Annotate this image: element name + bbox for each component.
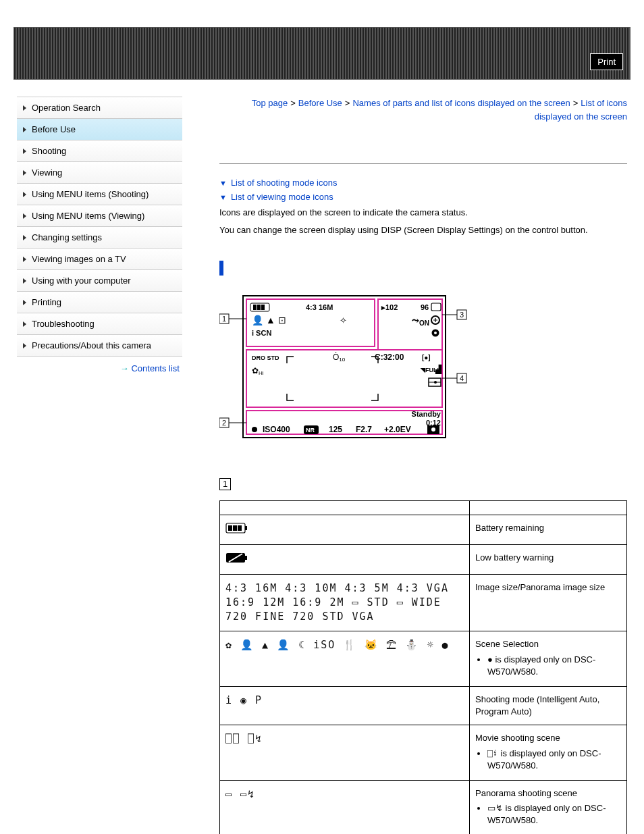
svg-text:Ò10: Ò10 (333, 352, 346, 363)
toc-shooting-icons[interactable]: List of shooting mode icons (219, 178, 627, 188)
sidebar-item-shooting[interactable]: Shooting (17, 140, 182, 162)
svg-text:DRO STD: DRO STD (252, 355, 279, 361)
svg-text:2: 2 (222, 419, 226, 427)
sidebar-item-label: Troubleshooting (32, 319, 95, 329)
sidebar-item-precautions[interactable]: Precautions/About this camera (17, 335, 182, 357)
shooting-mode-icons: i ◉ P (225, 694, 263, 706)
sidebar-nav: Operation Search Before Use Shooting Vie… (17, 97, 182, 380)
sidebar-item-label: Using with your computer (32, 276, 131, 286)
table-header-display (220, 501, 470, 515)
sidebar-item-label: Operation Search (32, 103, 101, 113)
display-cell: ▭ ▭↯ (220, 780, 470, 834)
movie-scene-icons: ⎕⎕ ⎕↯ (225, 733, 263, 745)
svg-text:C:32:00: C:32:00 (375, 353, 404, 362)
sidebar-item-menu-viewing[interactable]: Using MENU items (Viewing) (17, 205, 182, 227)
table-row: Low battery warning (220, 545, 627, 575)
dsc-note-icon: ⎕↯ (487, 748, 498, 758)
section-number-1: 1 (219, 478, 231, 490)
sidebar-item-operation-search[interactable]: Operation Search (17, 97, 182, 119)
low-battery-icon (225, 552, 250, 564)
svg-text:⤳ON: ⤳ON (412, 315, 429, 327)
display-cell (220, 545, 470, 575)
breadcrumb-level2[interactable]: Names of parts and list of icons display… (352, 98, 570, 108)
print-button[interactable]: Print (590, 53, 623, 70)
table-row: ▭ ▭↯ Panorama shooting scene ▭↯ is displ… (220, 780, 627, 834)
svg-rect-19 (257, 305, 261, 310)
indication-cell: Panorama shooting scene ▭↯ is displayed … (470, 780, 627, 834)
sidebar-item-troubleshooting[interactable]: Troubleshooting (17, 313, 182, 335)
sidebar-item-before-use[interactable]: Before Use (17, 119, 182, 140)
svg-point-41 (434, 381, 437, 384)
breadcrumb: Top page>Before Use>Names of parts and l… (219, 97, 627, 123)
arrow-right-icon: → (120, 363, 129, 373)
icon-table: Battery remaining Low battery warning 4:… (219, 500, 627, 834)
svg-text:4: 4 (460, 374, 464, 382)
contents-list-link[interactable]: → Contents list (17, 357, 182, 380)
svg-text:1: 1 (222, 315, 226, 323)
sidebar-item-label: Printing (32, 297, 61, 307)
svg-text:F2.7: F2.7 (356, 425, 372, 434)
svg-text:3: 3 (460, 311, 464, 319)
contents-list-label: Contents list (131, 363, 180, 373)
sidebar-item-computer[interactable]: Using with your computer (17, 270, 182, 292)
svg-rect-18 (253, 305, 257, 310)
header-stripe: Print (14, 27, 630, 80)
table-row: i ◉ P Shooting mode (Intelligent Auto, P… (220, 686, 627, 725)
svg-rect-24 (431, 303, 441, 311)
sidebar-item-changing-settings[interactable]: Changing settings (17, 227, 182, 249)
display-cell: 4:3 16M 4:3 10M 4:3 5M 4:3 VGA 16:9 12M … (220, 575, 470, 631)
table-row: 4:3 16M 4:3 10M 4:3 5M 4:3 VGA 16:9 12M … (220, 575, 627, 631)
indication-cell: Image size/Panorama image size (470, 575, 627, 631)
svg-point-31 (434, 332, 437, 334)
svg-text:4:3 16M: 4:3 16M (306, 303, 333, 311)
sidebar-item-viewing[interactable]: Viewing (17, 162, 182, 184)
scene-selection-icons: ✿ 👤 ▲ 👤 ☾ iSO 🍴 🐱 ⛱ ⛄ ☼ ● (225, 639, 450, 651)
indication-cell: Shooting mode (Intelligent Auto, Program… (470, 686, 627, 725)
svg-text:✿Hi: ✿Hi (252, 366, 264, 376)
sidebar-item-label: Before Use (32, 124, 76, 134)
breadcrumb-level1[interactable]: Before Use (298, 98, 342, 108)
sidebar-item-tv[interactable]: Viewing images on a TV (17, 249, 182, 270)
section-marker (219, 261, 223, 276)
svg-text:NR: NR (306, 427, 315, 434)
svg-text:+2.0EV: +2.0EV (384, 425, 411, 434)
table-header-indication (470, 501, 627, 515)
svg-text:👤 ▲ ⊡: 👤 ▲ ⊡ (252, 315, 286, 326)
sidebar-item-label: Shooting (32, 146, 66, 156)
svg-point-44 (252, 427, 257, 432)
intro-line2: You can change the screen display using … (219, 224, 627, 237)
display-cell: i ◉ P (220, 686, 470, 725)
svg-point-52 (431, 427, 435, 432)
svg-text:▟: ▟ (435, 364, 442, 374)
svg-text:Standby: Standby (412, 410, 441, 418)
table-row: Battery remaining (220, 515, 627, 545)
sidebar-item-label: Using MENU items (Shooting) (32, 189, 149, 199)
indication-cell: Scene Selection ● is displayed only on D… (470, 631, 627, 687)
sidebar-item-menu-shooting[interactable]: Using MENU items (Shooting) (17, 184, 182, 205)
panorama-scene-icons: ▭ ▭↯ (225, 788, 255, 800)
display-cell: ✿ 👤 ▲ 👤 ☾ iSO 🍴 🐱 ⛱ ⛄ ☼ ● (220, 631, 470, 687)
lcd-diagram-svg: 1 2 3 4 4:3 16M ▸102 96 👤 ▲ ⊡ ✧ ⤳ON (219, 292, 469, 448)
sidebar-item-printing[interactable]: Printing (17, 292, 182, 313)
image-size-icons: 4:3 16M 4:3 10M 4:3 5M 4:3 VGA 16:9 12M … (225, 582, 449, 623)
toc-viewing-icons[interactable]: List of viewing mode icons (219, 192, 627, 202)
svg-text:ISO400: ISO400 (263, 425, 290, 434)
indication-cell: Movie shooting scene ⎕↯ is displayed onl… (470, 725, 627, 781)
sidebar-item-label: Using MENU items (Viewing) (32, 211, 144, 221)
svg-text:✧: ✧ (340, 315, 347, 325)
table-row: ⎕⎕ ⎕↯ Movie shooting scene ⎕↯ is display… (220, 725, 627, 781)
sidebar-item-label: Viewing (32, 167, 62, 178)
svg-rect-20 (261, 305, 265, 310)
svg-rect-55 (228, 525, 232, 531)
breadcrumb-top[interactable]: Top page (252, 98, 288, 108)
svg-text:i SCN: i SCN (252, 329, 271, 337)
intro-text: Icons are displayed on the screen to ind… (219, 206, 627, 236)
indication-cell: Battery remaining (470, 515, 627, 545)
dsc-note-icon: ▭↯ (487, 803, 503, 813)
indication-cell: Low battery warning (470, 545, 627, 575)
svg-rect-56 (233, 525, 237, 531)
svg-rect-59 (245, 556, 247, 560)
svg-text:96: 96 (421, 303, 429, 311)
screen-layout-figure: 1 2 3 4 4:3 16M ▸102 96 👤 ▲ ⊡ ✧ ⤳ON (219, 292, 627, 448)
battery-icon (225, 522, 250, 534)
